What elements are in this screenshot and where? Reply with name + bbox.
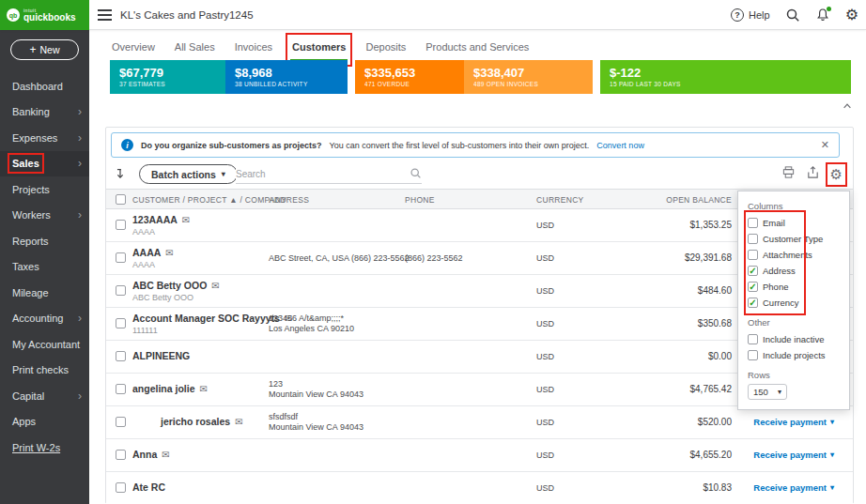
sidebar-item-expenses[interactable]: Expenses› bbox=[0, 125, 89, 151]
row-checkbox[interactable] bbox=[116, 318, 126, 328]
receive-payment-button[interactable]: Receive payment▾ bbox=[753, 417, 834, 427]
help-button[interactable]: ? Help bbox=[731, 8, 770, 22]
column-option-email[interactable]: Email bbox=[748, 215, 842, 231]
email-icon[interactable]: ✉ bbox=[211, 281, 219, 291]
sidebar-item-taxes[interactable]: Taxes bbox=[0, 254, 89, 281]
left-nav-sidebar: + New Dashboard Banking› Expenses› Sales… bbox=[0, 30, 89, 504]
checkbox-icon[interactable] bbox=[748, 234, 758, 244]
checkbox-icon[interactable] bbox=[748, 218, 758, 228]
sidebar-item-dashboard[interactable]: Dashboard bbox=[0, 73, 89, 99]
row-checkbox[interactable] bbox=[116, 252, 126, 263]
customer-name-link[interactable]: 123AAAA bbox=[132, 214, 178, 225]
notifications-bell-icon[interactable] bbox=[815, 8, 830, 23]
sidebar-item-banking[interactable]: Banking› bbox=[0, 99, 89, 126]
tab-deposits[interactable]: Deposits bbox=[363, 38, 408, 62]
moneybar-unbilled-activity[interactable]: $8,968 38 UNBILLED ACTIVITY bbox=[225, 60, 348, 94]
column-option-address[interactable]: Address bbox=[748, 263, 842, 279]
moneybar-open-invoices[interactable]: $338,407 489 OPEN INVOICES bbox=[464, 60, 593, 94]
customer-name-link[interactable]: AAAA bbox=[132, 247, 161, 258]
row-checkbox[interactable] bbox=[116, 450, 126, 460]
column-header-open-balance[interactable]: OPEN BALANCE bbox=[616, 190, 732, 210]
settings-gear-icon[interactable]: ⚙ bbox=[845, 8, 858, 23]
sidebar-item-print-checks[interactable]: Print checks bbox=[0, 358, 89, 384]
row-checkbox[interactable] bbox=[116, 384, 126, 394]
table-row[interactable]: Ate RC USD $10.83 Receive payment▾ bbox=[106, 472, 853, 504]
column-option-attachments[interactable]: Attachments bbox=[748, 247, 842, 263]
tab-all-sales[interactable]: All Sales bbox=[173, 38, 217, 62]
column-option-phone[interactable]: Phone bbox=[748, 279, 842, 295]
checkbox-icon[interactable] bbox=[748, 334, 758, 344]
sidebar-item-mileage[interactable]: Mileage bbox=[0, 280, 89, 306]
convert-now-link[interactable]: Convert now bbox=[596, 141, 644, 150]
customer-name-link[interactable]: Ate RC bbox=[132, 481, 165, 493]
email-icon[interactable]: ✉ bbox=[182, 215, 190, 225]
segment-amount: $8,968 bbox=[235, 66, 348, 80]
checkbox-checked-icon[interactable] bbox=[748, 266, 758, 276]
email-icon[interactable]: ✉ bbox=[162, 450, 169, 460]
checkbox-icon[interactable] bbox=[748, 250, 758, 260]
tab-overview[interactable]: Overview bbox=[110, 38, 157, 62]
hamburger-menu-icon[interactable] bbox=[98, 9, 112, 21]
customer-name-link[interactable]: jericho rosales bbox=[161, 416, 230, 427]
checkbox-checked-icon[interactable] bbox=[748, 298, 758, 308]
scroll-up-icon[interactable] bbox=[839, 98, 855, 114]
moneybar-overdue[interactable]: $335,653 471 OVERDUE bbox=[355, 60, 464, 94]
table-row[interactable]: jericho rosales✉ sfsdfsdf Mountain View … bbox=[106, 406, 853, 439]
sidebar-item-my-accountant[interactable]: My Accountant bbox=[0, 331, 89, 358]
column-header-customer[interactable]: CUSTOMER / PROJECT ▲ / COMPANY bbox=[132, 190, 286, 210]
sort-icon[interactable] bbox=[114, 167, 127, 184]
column-option-currency[interactable]: Currency bbox=[748, 295, 842, 311]
column-header-address[interactable]: ADDRESS bbox=[269, 190, 309, 210]
rows-per-page-value: 150 bbox=[753, 387, 768, 397]
column-option-label: Attachments bbox=[763, 250, 812, 260]
rows-per-page-select[interactable]: 150 ▾ bbox=[748, 384, 787, 400]
search-icon[interactable] bbox=[785, 8, 800, 23]
customer-name-link[interactable]: angelina jolie bbox=[132, 383, 195, 394]
tab-invoices[interactable]: Invoices bbox=[233, 38, 274, 62]
row-checkbox[interactable] bbox=[116, 351, 126, 361]
column-header-phone[interactable]: PHONE bbox=[405, 190, 435, 210]
quickbooks-logo[interactable]: qb intuit quickbooks bbox=[0, 0, 89, 30]
select-all-checkbox[interactable] bbox=[116, 194, 126, 205]
row-checkbox[interactable] bbox=[116, 417, 126, 427]
export-icon[interactable] bbox=[806, 165, 820, 183]
email-icon[interactable]: ✉ bbox=[200, 384, 208, 394]
sidebar-item-reports[interactable]: Reports bbox=[0, 228, 89, 254]
sidebar-item-apps[interactable]: Apps bbox=[0, 409, 89, 435]
checkbox-checked-icon[interactable] bbox=[748, 282, 758, 292]
customer-name-link[interactable]: ABC Betty OOO bbox=[132, 280, 207, 291]
sidebar-item-accounting[interactable]: Accounting› bbox=[0, 306, 89, 332]
moneybar-paid[interactable]: $-122 15 PAID LAST 30 DAYS bbox=[600, 60, 851, 94]
new-button[interactable]: + New bbox=[10, 39, 79, 60]
sidebar-item-sales[interactable]: Sales› bbox=[0, 151, 89, 177]
row-checkbox[interactable] bbox=[116, 220, 126, 230]
tab-products-and-services[interactable]: Products and Services bbox=[424, 38, 531, 62]
moneybar-estimates[interactable]: $67,779 37 ESTIMATES bbox=[110, 60, 225, 94]
customer-name-link[interactable]: Anna bbox=[132, 449, 157, 460]
row-checkbox[interactable] bbox=[116, 482, 126, 493]
receive-payment-button[interactable]: Receive payment▾ bbox=[753, 450, 834, 460]
email-icon[interactable]: ✉ bbox=[235, 417, 242, 427]
column-header-currency[interactable]: CURRENCY bbox=[536, 190, 584, 210]
sidebar-item-print-w2s[interactable]: Print W-2s bbox=[0, 435, 89, 461]
tab-customers[interactable]: Customers bbox=[290, 38, 348, 62]
sidebar-item-capital[interactable]: Capital› bbox=[0, 383, 89, 409]
customer-name-link[interactable]: Account Manager SOC Rayyyts bbox=[132, 313, 280, 324]
column-option-customer-type[interactable]: Customer Type bbox=[748, 231, 842, 247]
sidebar-item-workers[interactable]: Workers› bbox=[0, 203, 89, 229]
search-icon[interactable] bbox=[410, 166, 422, 183]
close-icon[interactable]: ✕ bbox=[821, 139, 829, 151]
sidebar-item-projects[interactable]: Projects bbox=[0, 176, 89, 203]
search-input[interactable] bbox=[236, 169, 410, 179]
row-checkbox[interactable] bbox=[116, 285, 126, 296]
option-include-projects[interactable]: Include projects bbox=[748, 347, 842, 363]
customer-name-link[interactable]: ALPINEENG bbox=[132, 350, 190, 361]
table-row[interactable]: Anna✉ USD $4,655.20 Receive payment▾ bbox=[106, 439, 853, 472]
print-icon[interactable] bbox=[781, 165, 796, 183]
email-icon[interactable]: ✉ bbox=[165, 248, 173, 258]
receive-payment-button[interactable]: Receive payment▾ bbox=[753, 482, 834, 493]
option-include-inactive[interactable]: Include inactive bbox=[748, 331, 842, 347]
table-settings-gear-icon[interactable]: ⚙ bbox=[830, 167, 843, 182]
batch-actions-button[interactable]: Batch actions ▾ bbox=[139, 164, 238, 184]
checkbox-icon[interactable] bbox=[748, 350, 758, 360]
